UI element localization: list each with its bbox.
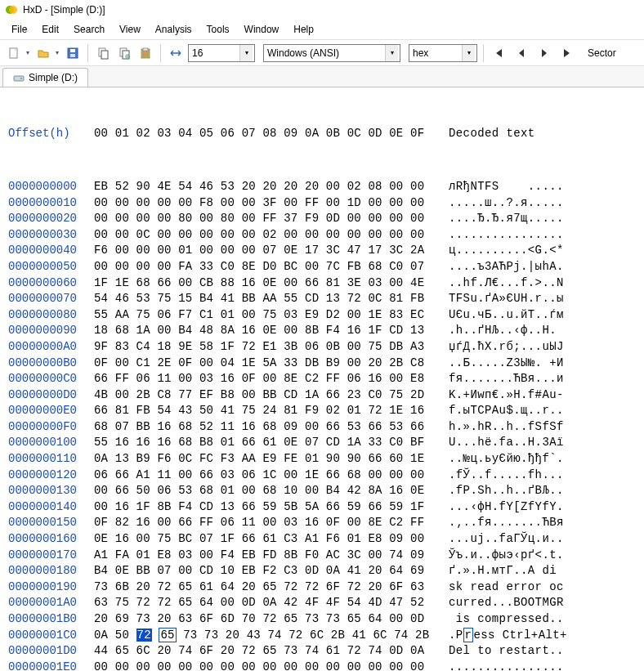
hex-decoded[interactable]: ...uј..faГЎц.и.. [449,531,564,548]
hex-decoded[interactable]: Ўъ.и..фыэ‹рґ<.t. [449,548,564,564]
hex-bytes[interactable]: 00 00 00 00 00 00 00 00 00 00 00 00 00 0… [94,660,439,671]
menu-view[interactable]: View [113,21,147,38]
hex-decoded[interactable]: ................ [449,227,564,244]
hex-row[interactable]: 000000014000 16 1F 8B F4 CD 13 66 59 5B … [8,499,636,516]
hex-row[interactable]: 000000005000 00 00 00 FA 33 C0 8E D0 BC … [8,259,636,275]
hex-decoded[interactable]: f.ыTCPAu$.щ..r.. [449,403,564,419]
document-tab[interactable]: Simple (D:) [2,68,88,87]
hex-bytes[interactable]: 66 FF 06 11 00 03 16 0F 00 8E C2 FF 06 1… [94,371,439,387]
hex-row[interactable]: 0000000180B4 0E BB 07 00 CD 10 EB F2 C3 … [8,563,636,579]
paste-button[interactable] [136,44,154,62]
hex-decoded[interactable]: ....ъ3АЋРј.|ыhА. [449,259,564,275]
hex-row[interactable]: 00000001500F 82 16 00 66 FF 06 11 00 03 … [8,515,636,531]
hex-row[interactable]: 000000010055 16 16 16 68 B8 01 66 61 0E … [8,435,636,451]
hex-row[interactable]: 000000009018 68 1A 00 B4 48 8A 16 0E 00 … [8,323,636,339]
hex-bytes[interactable]: 0F 00 C1 2E 0F 00 04 1E 5A 33 DB B9 00 2… [94,356,439,372]
cut-button[interactable] [94,44,112,62]
open-file-dropdown[interactable]: ▾ [54,49,60,56]
hex-bytes[interactable]: 00 16 1F 8B F4 CD 13 66 59 5B 5A 66 59 6… [94,499,439,516]
hex-row[interactable]: 0000000000EB 52 90 4E 54 46 53 20 20 20 … [8,179,636,195]
save-button[interactable] [64,44,82,62]
open-file-button[interactable] [34,44,52,62]
hex-row[interactable]: 000000013000 66 50 06 53 68 01 00 68 10 … [8,483,636,499]
hex-row[interactable]: 0000000170A1 FA 01 E8 03 00 F4 EB FD 8B … [8,548,636,564]
chevron-down-icon[interactable]: ▾ [385,45,398,61]
hex-decoded[interactable]: .fP.Sh..h..ґBЉ.. [449,483,564,499]
hex-decoded[interactable]: fя.......ЋВя...и [449,371,564,387]
hex-bytes[interactable]: F6 00 00 00 01 00 00 00 07 0E 17 3C 47 1… [94,243,439,259]
hex-bytes[interactable]: 9F 83 C4 18 9E 58 1F 72 E1 3B 06 0B 00 7… [94,339,439,356]
hex-decoded[interactable]: ц..........<G.<* [449,243,564,259]
menu-window[interactable]: Window [238,21,286,38]
hex-bytes[interactable]: 0A 50 72 65 73 73 20 43 74 72 6C 2B 41 6… [94,628,439,644]
hex-bytes[interactable]: 18 68 1A 00 B4 48 8A 16 0E 00 8B F4 16 1… [94,323,439,339]
hex-row[interactable]: 00000000F068 07 BB 16 68 52 11 16 68 09 … [8,419,636,436]
hex-row[interactable]: 00000000E066 81 FB 54 43 50 41 75 24 81 … [8,403,636,419]
nav-last-button[interactable] [558,44,576,62]
new-file-button[interactable] [5,44,23,62]
hex-row[interactable]: 00000001D044 65 6C 20 74 6F 20 72 65 73 … [8,643,636,660]
hex-decoded[interactable]: ..Б.....Z3Ы№. +И [449,356,564,372]
hex-row[interactable]: 000000002000 00 00 00 80 00 80 00 FF 37 … [8,211,636,227]
hex-bytes[interactable]: 20 69 73 20 63 6F 6D 70 72 65 73 73 65 6… [94,611,439,628]
hex-row[interactable]: 000000019073 6B 20 72 65 61 64 20 65 72 … [8,579,636,596]
hex-bytes[interactable]: 00 00 00 00 80 00 80 00 FF 37 F9 0D 00 0… [94,211,439,227]
menu-tools[interactable]: Tools [200,21,236,38]
hex-row[interactable]: 0000000040F6 00 00 00 01 00 00 00 07 0E … [8,243,636,259]
hex-bytes[interactable]: 55 AA 75 06 F7 C1 01 00 75 03 E9 D2 00 1… [94,307,439,324]
hex-decoded[interactable]: лRђNTFS ..... [449,179,564,195]
hex-decoded[interactable]: .h..ґHЉ..‹ф..Н. [449,323,557,339]
hex-row[interactable]: 000000007054 46 53 75 15 B4 41 BB AA 55 … [8,291,636,307]
hex-decoded[interactable]: K.+Иwп€.»Н.f#Аu- [449,387,564,404]
hex-decoded[interactable]: ..hf.Л€...f.>..N [449,275,564,292]
bytes-per-row-input[interactable] [189,45,239,61]
menu-search[interactable]: Search [67,21,111,38]
menu-help[interactable]: Help [287,21,320,38]
hex-bytes[interactable]: 0F 82 16 00 66 FF 06 11 00 03 16 0F 00 8… [94,515,439,531]
hex-bytes[interactable]: 73 6B 20 72 65 61 64 20 65 72 72 6F 72 2… [94,579,439,596]
hex-decoded[interactable]: is compressed.. [449,611,564,628]
hex-decoded[interactable]: .Press Ctrl+Alt+ [449,628,567,644]
menu-file[interactable]: File [5,21,34,38]
hex-decoded[interactable]: .‚..fя.......ЋВя [449,515,564,531]
hex-bytes[interactable]: B4 0E BB 07 00 CD 10 EB F2 C3 0D 0A 41 2… [94,563,439,579]
hex-decoded[interactable]: ....Ђ.Ђ.я7щ..... [449,211,564,227]
hex-row[interactable]: 000000001000 00 00 00 00 F8 00 00 3F 00 … [8,195,636,212]
hex-bytes[interactable]: 00 00 00 00 FA 33 C0 8E D0 BC 00 7C FB 6… [94,259,439,275]
hex-row[interactable]: 000000008055 AA 75 06 F7 C1 01 00 75 03 … [8,307,636,324]
encoding-combo[interactable]: ▾ [263,44,400,62]
hex-bytes[interactable]: 0E 16 00 75 BC 07 1F 66 61 C3 A1 F6 01 E… [94,531,439,548]
hex-decoded[interactable]: h.».hR..h..fSfSf [449,419,564,436]
hex-decoded[interactable]: ..№ц.ьуЄйю.ђђf`. [449,451,564,467]
hex-bytes[interactable]: A1 FA 01 E8 03 00 F4 EB FD 8B F0 AC 3C 0… [94,548,439,564]
hex-decoded[interactable]: ...‹фН.fY[ZfYfY. [449,499,564,516]
numbase-combo[interactable]: ▾ [409,44,477,62]
hex-row[interactable]: 00000001E000 00 00 00 00 00 00 00 00 00 … [8,660,636,671]
chevron-down-icon[interactable]: ▾ [239,45,253,61]
hex-decoded[interactable]: .....ш..?.я..... [449,195,564,212]
hex-bytes[interactable]: 66 81 FB 54 43 50 41 75 24 81 F9 02 01 7… [94,403,439,419]
hex-decoded[interactable]: џѓД.ћX.rб;...uЫЈ [449,339,564,356]
nav-next-button[interactable] [535,44,553,62]
hex-bytes[interactable]: EB 52 90 4E 54 46 53 20 20 20 20 00 02 0… [94,179,439,195]
numbase-input[interactable] [409,45,462,61]
hex-row[interactable]: 00000001600E 16 00 75 BC 07 1F 66 61 C3 … [8,531,636,548]
hex-row[interactable]: 00000000601F 1E 68 66 00 CB 88 16 0E 00 … [8,275,636,292]
menu-edit[interactable]: Edit [35,21,65,38]
chevron-down-icon[interactable]: ▾ [462,45,475,61]
fit-width-button[interactable] [167,44,185,62]
hex-row[interactable]: 00000001B020 69 73 20 63 6F 6D 70 72 65 … [8,611,636,628]
hex-bytes[interactable]: 00 00 00 00 00 F8 00 00 3F 00 FF 00 1D 0… [94,195,439,212]
nav-first-button[interactable] [490,44,508,62]
hex-row[interactable]: 00000001100A 13 B9 F6 0C FC F3 AA E9 FE … [8,451,636,467]
hex-bytes[interactable]: 1F 1E 68 66 00 CB 88 16 0E 00 66 81 3E 0… [94,275,439,292]
hex-decoded[interactable]: U...hё.fa..Н.3Аї [449,435,564,451]
hex-row[interactable]: 000000003000 00 0C 00 00 00 00 00 02 00 … [8,227,636,244]
hex-row[interactable]: 000000012006 66 A1 11 00 66 03 06 1C 00 … [8,467,636,484]
hex-editor[interactable]: Offset(h) 00 01 02 03 04 05 06 07 08 09 … [0,87,644,671]
hex-row[interactable]: 00000001A063 75 72 72 65 64 00 0D 0A 42 … [8,595,636,611]
hex-decoded[interactable]: .fЎ..f.....fh... [449,467,564,484]
hex-decoded[interactable]: UЄu.чБ..u.йТ..ѓм [449,307,564,324]
hex-row[interactable]: 00000000C066 FF 06 11 00 03 16 0F 00 8E … [8,371,636,387]
hex-bytes[interactable]: 0A 13 B9 F6 0C FC F3 AA E9 FE 01 90 90 6… [94,451,439,467]
